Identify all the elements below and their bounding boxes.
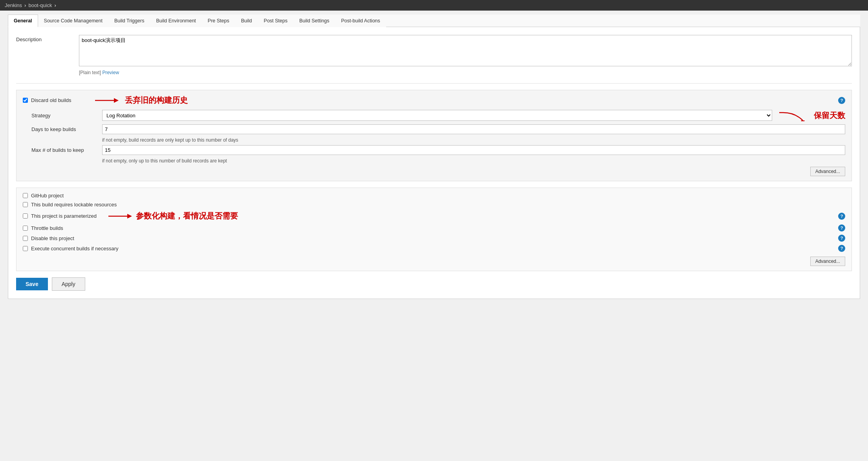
- tab-post-build-actions[interactable]: Post-build Actions: [335, 15, 386, 27]
- form-panel: Description [Plain text] Preview Discard…: [8, 27, 860, 299]
- annotation-arrow-1: [95, 96, 119, 105]
- advanced-button-1[interactable]: Advanced...: [810, 167, 845, 176]
- disable-label[interactable]: Disable this project: [31, 235, 74, 241]
- svg-marker-3: [801, 120, 805, 121]
- discard-checkbox[interactable]: [23, 98, 28, 103]
- jenkins-link[interactable]: Jenkins: [5, 2, 22, 8]
- preview-link[interactable]: Preview: [102, 70, 119, 75]
- max-control: [102, 145, 845, 155]
- advanced-btn-row-2: Advanced...: [23, 257, 845, 266]
- description-control: [79, 35, 852, 67]
- tab-build-settings[interactable]: Build Settings: [293, 15, 335, 27]
- description-section: Description [Plain text] Preview: [16, 35, 852, 75]
- annotation-arrow-3: [108, 211, 132, 221]
- param-annotation: 参数化构建，看情况是否需要: [136, 211, 238, 221]
- svg-marker-1: [114, 98, 119, 103]
- lockable-checkbox[interactable]: [23, 202, 28, 207]
- days-control: [102, 124, 845, 134]
- concurrent-checkbox[interactable]: [23, 246, 28, 251]
- strategy-select[interactable]: Log Rotation: [102, 110, 772, 121]
- throttle-checkbox[interactable]: [23, 226, 28, 231]
- main-content: General Source Code Management Build Tri…: [0, 11, 868, 307]
- strategy-label: Strategy: [31, 113, 102, 118]
- concurrent-row: Execute concurrent builds if necessary ?: [23, 245, 845, 252]
- divider-1: [16, 83, 852, 84]
- plain-text-label: [Plain text]: [79, 70, 101, 75]
- advanced-btn-row-1: Advanced...: [31, 167, 845, 176]
- strategy-section: Strategy Log Rotation: [31, 109, 845, 176]
- tab-build-triggers[interactable]: Build Triggers: [108, 15, 150, 27]
- disable-row: Disable this project ?: [23, 235, 845, 242]
- tab-post-steps[interactable]: Post Steps: [258, 15, 293, 27]
- tab-pre-steps[interactable]: Pre Steps: [202, 15, 235, 27]
- top-bar: Jenkins › boot-quick ›: [0, 0, 868, 11]
- plain-text-row: [Plain text] Preview: [79, 70, 852, 75]
- sep2: ›: [54, 2, 56, 8]
- advanced-button-2[interactable]: Advanced...: [810, 257, 845, 266]
- apply-button[interactable]: Apply: [52, 277, 85, 291]
- param-row: This project is parameterized 参数化构建，看情况是…: [23, 211, 845, 221]
- max-input[interactable]: [102, 145, 845, 155]
- days-input[interactable]: [102, 124, 845, 134]
- days-annotation: 保留天数: [814, 110, 845, 121]
- action-bar: Save Apply: [16, 277, 852, 291]
- description-label: Description: [16, 35, 79, 42]
- param-help-icon[interactable]: ?: [838, 213, 845, 220]
- tab-general[interactable]: General: [8, 15, 38, 27]
- disable-help-icon[interactable]: ?: [838, 235, 845, 242]
- throttle-label[interactable]: Throttle builds: [31, 225, 63, 231]
- throttle-row: Throttle builds ?: [23, 224, 845, 231]
- github-checkbox[interactable]: [23, 193, 28, 198]
- lockable-label[interactable]: This build requires lockable resources: [31, 202, 117, 208]
- disable-checkbox[interactable]: [23, 236, 28, 241]
- svg-marker-5: [127, 214, 132, 219]
- param-label[interactable]: This project is parameterized: [31, 213, 97, 219]
- tab-build[interactable]: Build: [235, 15, 258, 27]
- save-button[interactable]: Save: [16, 278, 48, 290]
- discard-help-icon[interactable]: ?: [838, 97, 845, 104]
- discard-label[interactable]: Discard old builds: [31, 97, 71, 103]
- tab-strip: General Source Code Management Build Tri…: [8, 15, 860, 27]
- tab-build-environment[interactable]: Build Environment: [150, 15, 201, 27]
- lockable-row: This build requires lockable resources: [23, 202, 845, 208]
- checkboxes-section: GitHub project This build requires locka…: [16, 188, 852, 271]
- days-row: Days to keep builds: [31, 124, 845, 134]
- concurrent-label[interactable]: Execute concurrent builds if necessary: [31, 246, 119, 251]
- project-link[interactable]: boot-quick: [28, 2, 52, 8]
- days-hint: if not empty, build records are only kep…: [102, 137, 845, 143]
- days-label: Days to keep builds: [31, 126, 102, 132]
- param-checkbox[interactable]: [23, 213, 28, 219]
- annotation-arrow-2: [779, 109, 811, 121]
- strategy-control: Log Rotation 保留天数: [102, 109, 845, 121]
- sep1: ›: [24, 2, 26, 8]
- description-row: Description: [16, 35, 852, 67]
- discard-section: Discard old builds 丢弃旧的构建历史 ?: [16, 90, 852, 181]
- github-label[interactable]: GitHub project: [31, 193, 64, 199]
- max-row: Max # of builds to keep: [31, 145, 845, 155]
- max-hint: if not empty, only up to this number of …: [102, 158, 845, 164]
- concurrent-help-icon[interactable]: ?: [838, 245, 845, 252]
- github-row: GitHub project: [23, 193, 845, 199]
- discard-annotation: 丢弃旧的构建历史: [125, 95, 188, 106]
- strategy-row: Strategy Log Rotation: [31, 109, 845, 121]
- tab-scm[interactable]: Source Code Management: [38, 15, 108, 27]
- description-textarea[interactable]: [79, 35, 852, 66]
- throttle-help-icon[interactable]: ?: [838, 224, 845, 231]
- max-label: Max # of builds to keep: [31, 147, 102, 153]
